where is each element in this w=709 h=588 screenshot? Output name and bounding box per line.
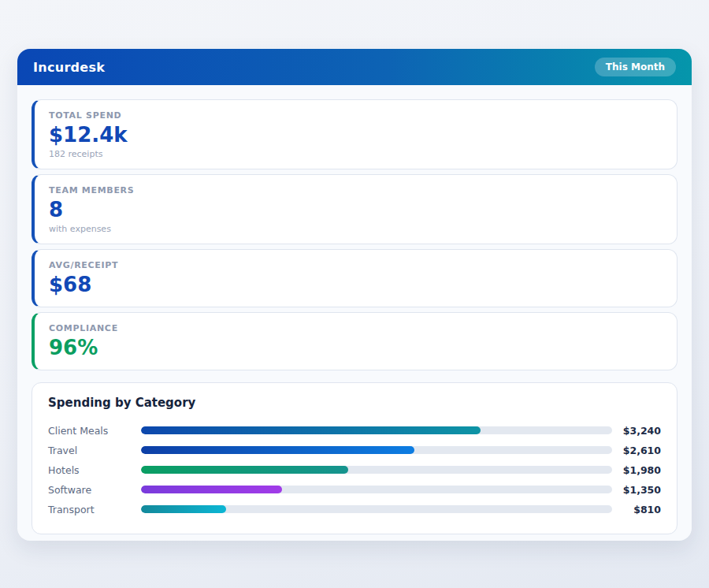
stat-label: AVG/RECEIPT	[49, 260, 663, 270]
app-title: Incurdesk	[33, 60, 105, 75]
bar-track	[141, 486, 612, 493]
bar-value: $1,350	[612, 484, 661, 496]
bar-value: $1,980	[612, 464, 661, 476]
stat-label: TEAM MEMBERS	[49, 185, 663, 195]
bar-fill	[141, 466, 348, 474]
category-label: Transport	[48, 504, 141, 515]
bar-fill	[141, 446, 414, 454]
category-label: Travel	[48, 445, 141, 456]
bar-fill	[141, 486, 282, 493]
chart-title: Spending by Category	[48, 396, 661, 410]
category-label: Software	[48, 484, 141, 496]
stat-value: $68	[49, 274, 663, 297]
chart-bar-row: Travel $2,610	[48, 441, 661, 460]
category-label: Hotels	[48, 464, 141, 476]
bar-value: $810	[612, 504, 661, 515]
bar-track	[141, 426, 612, 434]
app-container: Incurdesk This Month TOTAL SPEND $12.4k …	[17, 49, 692, 541]
dashboard-body: TOTAL SPEND $12.4k 182 receipts TEAM MEM…	[17, 85, 692, 549]
stat-subtext: 182 receipts	[49, 149, 663, 159]
stat-value: 8	[49, 199, 663, 222]
bar-track	[141, 466, 612, 474]
app-header: Incurdesk This Month	[17, 49, 692, 85]
stat-label: TOTAL SPEND	[49, 110, 663, 121]
chart-rows: Client Meals $3,240 Travel $2,610 Hotels…	[48, 421, 661, 519]
bar-track	[141, 505, 612, 513]
bar-track	[141, 446, 612, 454]
bar-value: $2,610	[612, 445, 661, 456]
chart-bar-row: Transport $810	[48, 500, 661, 519]
stat-subtext: with expenses	[49, 224, 663, 234]
stat-value: 96%	[49, 337, 663, 360]
stat-card: TEAM MEMBERS 8 with expenses	[32, 174, 677, 244]
stats-list: TOTAL SPEND $12.4k 182 receipts TEAM MEM…	[32, 99, 677, 370]
stat-label: COMPLIANCE	[49, 323, 663, 333]
stat-card: COMPLIANCE 96%	[32, 312, 677, 370]
stat-card: AVG/RECEIPT $68	[32, 249, 677, 307]
bar-fill	[141, 505, 226, 513]
category-label: Client Meals	[48, 425, 141, 437]
period-badge[interactable]: This Month	[595, 58, 676, 76]
stat-value: $12.4k	[49, 124, 663, 147]
chart-bar-row: Hotels $1,980	[48, 460, 661, 480]
bar-value: $3,240	[612, 425, 661, 437]
chart-card: Spending by Category Client Meals $3,240…	[32, 382, 677, 534]
stat-card: TOTAL SPEND $12.4k 182 receipts	[32, 99, 677, 169]
chart-bar-row: Client Meals $3,240	[48, 421, 661, 441]
chart-bar-row: Software $1,350	[48, 480, 661, 500]
bar-fill	[141, 426, 481, 434]
